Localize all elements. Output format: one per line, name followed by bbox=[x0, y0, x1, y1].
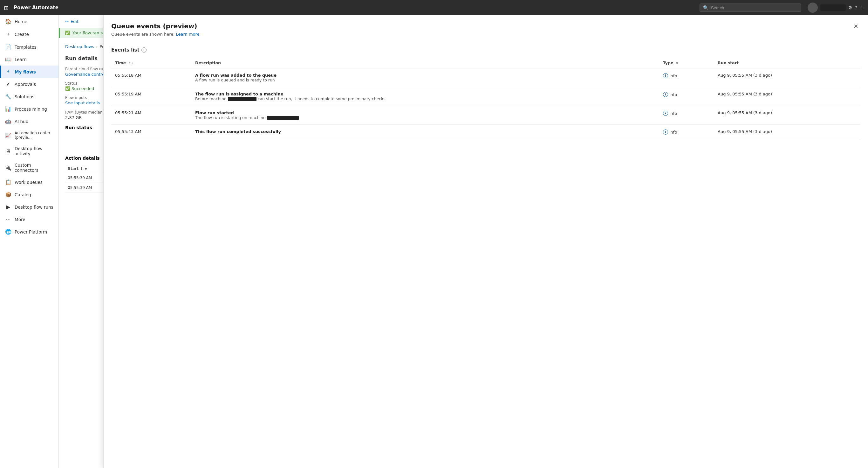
search-bar[interactable]: 🔍 bbox=[700, 3, 801, 12]
sidebar-item-label: Work queues bbox=[14, 180, 42, 185]
topbar-icon-2[interactable]: ? bbox=[855, 5, 857, 10]
topbar-icon-3[interactable]: ⋮ bbox=[860, 5, 864, 10]
event-runstart-2: Aug 9, 05:55 AM (3 d ago) bbox=[714, 87, 860, 106]
event-desc-3: Flow run started The flow run is startin… bbox=[191, 106, 659, 125]
sidebar-item-my-flows[interactable]: ⚡ My flows bbox=[0, 65, 59, 78]
col-header-type[interactable]: Type ∨ bbox=[659, 58, 714, 68]
sidebar-item-learn[interactable]: 📖 Learn bbox=[0, 53, 59, 65]
sidebar-item-custom-connectors[interactable]: 🔌 Custom connectors bbox=[0, 159, 59, 176]
sidebar-item-label: Create bbox=[14, 32, 29, 37]
work-queues-icon: 📋 bbox=[5, 179, 11, 185]
event-type-2: i Info bbox=[659, 87, 714, 106]
sidebar-item-label: Home bbox=[14, 19, 27, 24]
avatar[interactable] bbox=[808, 3, 818, 13]
approvals-icon: ✔ bbox=[5, 81, 11, 87]
panel-title: Queue events (preview) bbox=[111, 22, 197, 30]
sidebar-item-label: Desktop flow runs bbox=[14, 205, 53, 210]
sidebar-item-templates[interactable]: 📄 Templates bbox=[0, 41, 59, 53]
sidebar-item-approvals[interactable]: ✔ Approvals bbox=[0, 78, 59, 90]
sidebar-item-process-mining[interactable]: 📊 Process mining bbox=[0, 103, 59, 115]
close-icon: ✕ bbox=[854, 23, 858, 30]
learn-icon: 📖 bbox=[5, 56, 11, 62]
sidebar-item-more[interactable]: ··· More bbox=[0, 213, 59, 226]
success-icon: ✅ bbox=[65, 31, 70, 35]
event-time-1: 05:55:18 AM bbox=[111, 68, 191, 87]
breadcrumb-desktop-flows[interactable]: Desktop flows bbox=[65, 44, 94, 49]
events-list-info-icon[interactable]: i bbox=[142, 48, 147, 53]
sidebar-item-label: Automation center (previe... bbox=[14, 131, 53, 140]
status-text: Succeeded bbox=[71, 86, 94, 91]
sidebar-item-label: Custom connectors bbox=[14, 163, 53, 173]
event-desc-4: This flow run completed successfully bbox=[191, 125, 659, 139]
app-logo: Power Automate bbox=[14, 5, 59, 10]
panel-title-row: Queue events (preview) ✕ bbox=[111, 22, 860, 31]
event-time-3: 05:55:21 AM bbox=[111, 106, 191, 125]
content-area: ✏ Edit ✅ Your flow ran successfully. Des… bbox=[59, 15, 868, 468]
sidebar-item-label: Solutions bbox=[14, 94, 34, 99]
events-list-label: Events list bbox=[111, 47, 140, 53]
search-icon: 🔍 bbox=[703, 5, 708, 10]
event-type-1: i Info bbox=[659, 68, 714, 87]
info-type-icon: i bbox=[663, 92, 668, 97]
desktop-flow-activity-icon: 🖥 bbox=[5, 148, 11, 154]
event-desc-1: A flow run was added to the queue A flow… bbox=[191, 68, 659, 87]
info-type-icon: i bbox=[663, 73, 668, 78]
panel-close-button[interactable]: ✕ bbox=[851, 22, 860, 31]
sidebar-item-label: Process mining bbox=[14, 107, 47, 112]
event-runstart-4: Aug 9, 05:55 AM (3 d ago) bbox=[714, 125, 860, 139]
edit-label: Edit bbox=[70, 19, 79, 24]
redacted-machine-name-3 bbox=[267, 116, 299, 120]
sidebar-item-work-queues[interactable]: 📋 Work queues bbox=[0, 176, 59, 188]
breadcrumb-separator: › bbox=[96, 44, 98, 49]
sidebar-item-label: Approvals bbox=[14, 82, 36, 87]
event-runstart-3: Aug 9, 05:55 AM (3 d ago) bbox=[714, 106, 860, 125]
panel-subtitle: Queue events are shown here. Learn more bbox=[111, 32, 860, 37]
event-time-4: 05:55:43 AM bbox=[111, 125, 191, 139]
type-filter-icon: ∨ bbox=[676, 61, 679, 65]
topbar-icon-1[interactable]: ⚙ bbox=[848, 5, 852, 10]
sidebar-item-label: Power Platform bbox=[14, 229, 47, 234]
grid-menu-icon[interactable]: ⊞ bbox=[4, 4, 8, 11]
sidebar-item-power-platform[interactable]: 🌐 Power Platform bbox=[0, 226, 59, 238]
automation-center-icon: 📈 bbox=[5, 133, 11, 138]
catalog-icon: 📦 bbox=[5, 192, 11, 198]
col-header-description: Description bbox=[191, 58, 659, 68]
sidebar-item-label: Learn bbox=[14, 57, 27, 62]
create-icon: ＋ bbox=[5, 31, 11, 37]
sidebar-item-label: Desktop flow activity bbox=[14, 146, 53, 156]
queue-events-panel: Queue events (preview) ✕ Queue events ar… bbox=[103, 15, 868, 468]
topbar: ⊞ Power Automate 🔍 ⚙ ? ⋮ bbox=[0, 0, 868, 15]
learn-more-link[interactable]: Learn more bbox=[176, 32, 199, 37]
col-header-time[interactable]: Time ↑↓ bbox=[111, 58, 191, 68]
event-desc-2: The flow run is assigned to a machine Be… bbox=[191, 87, 659, 106]
sidebar-item-home[interactable]: 🏠 Home bbox=[0, 15, 59, 28]
info-type-icon: i bbox=[663, 111, 668, 116]
solutions-icon: 🔧 bbox=[5, 93, 11, 99]
search-input[interactable] bbox=[711, 5, 798, 10]
sidebar: 🏠 Home ＋ Create 📄 Templates 📖 Learn ⚡ My… bbox=[0, 15, 59, 468]
desktop-flow-runs-icon: ▶ bbox=[5, 204, 11, 210]
sidebar-item-desktop-flow-runs[interactable]: ▶ Desktop flow runs bbox=[0, 201, 59, 213]
sidebar-item-ai-hub[interactable]: 🤖 AI hub bbox=[0, 115, 59, 127]
event-runstart-1: Aug 9, 05:55 AM (3 d ago) bbox=[714, 68, 860, 87]
sidebar-item-catalog[interactable]: 📦 Catalog bbox=[0, 188, 59, 201]
user-name-redacted bbox=[820, 4, 846, 11]
process-mining-icon: 📊 bbox=[5, 106, 11, 112]
more-icon: ··· bbox=[5, 216, 11, 223]
event-time-2: 05:55:19 AM bbox=[111, 87, 191, 106]
table-row: 05:55:19 AM The flow run is assigned to … bbox=[111, 87, 860, 106]
event-type-3: i Info bbox=[659, 106, 714, 125]
info-type-icon: i bbox=[663, 129, 668, 135]
home-icon: 🏠 bbox=[5, 19, 11, 25]
main-layout: 🏠 Home ＋ Create 📄 Templates 📖 Learn ⚡ My… bbox=[0, 15, 868, 468]
sidebar-item-label: Templates bbox=[14, 45, 36, 50]
sidebar-item-label: My flows bbox=[14, 69, 36, 75]
sidebar-item-solutions[interactable]: 🔧 Solutions bbox=[0, 90, 59, 103]
custom-connectors-icon: 🔌 bbox=[5, 165, 11, 171]
templates-icon: 📄 bbox=[5, 44, 11, 50]
panel-header: Queue events (preview) ✕ Queue events ar… bbox=[103, 15, 868, 42]
sidebar-item-desktop-flow-activity[interactable]: 🖥 Desktop flow activity bbox=[0, 143, 59, 159]
sidebar-item-create[interactable]: ＋ Create bbox=[0, 28, 59, 41]
col-header-run-start: Run start bbox=[714, 58, 860, 68]
sidebar-item-automation-center[interactable]: 📈 Automation center (previe... bbox=[0, 127, 59, 143]
